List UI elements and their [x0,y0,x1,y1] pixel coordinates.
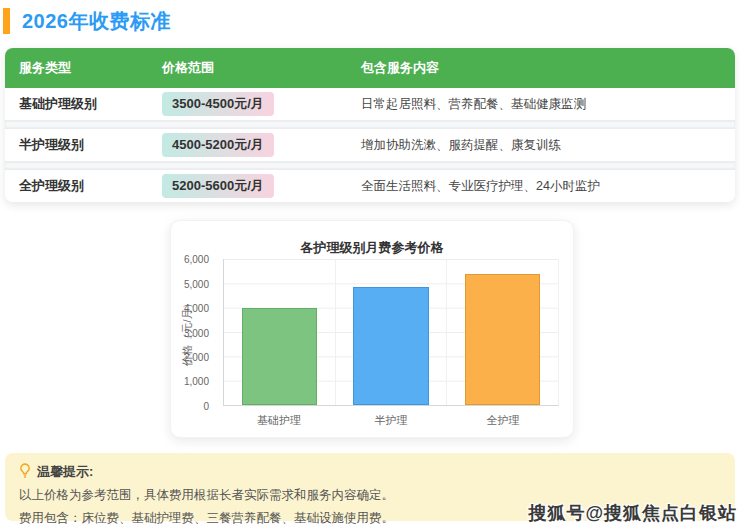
notice-title: 温馨提示: [37,463,93,481]
price-badge: 5200-5600元/月 [162,174,274,198]
y-tick: 5,000 [184,278,209,289]
chart-title: 各护理级别月费参考价格 [171,239,573,257]
column-header-price-range: 价格范围 [162,59,361,77]
bar-full-care[interactable] [465,274,540,405]
x-tick: 全护理 [447,413,559,428]
y-tick: 6,000 [184,254,209,265]
chart-column [336,259,448,405]
service-content-cell: 日常起居照料、营养配餐、基础健康监测 [361,96,735,113]
y-tick: 2,000 [184,352,209,363]
y-tick: 4,000 [184,302,209,313]
table-row: 基础护理级别 3500-4500元/月 日常起居照料、营养配餐、基础健康监测 [5,88,735,120]
y-axis-ticks: 6,000 5,000 4,000 3,000 2,000 1,000 0 [171,259,217,406]
column-header-service-type: 服务类型 [19,59,162,77]
row-separator [5,120,735,129]
chart-column [224,259,336,405]
bar-semi-care[interactable] [353,287,428,405]
watermark: 搜狐号@搜狐焦点白银站 [528,501,737,525]
notice-title-row: 温馨提示: [19,463,721,481]
x-tick: 半护理 [335,413,447,428]
fee-table: 服务类型 价格范围 包含服务内容 基础护理级别 3500-4500元/月 日常起… [5,48,735,202]
chart-plot-area [223,259,559,406]
service-type-cell: 半护理级别 [19,136,162,154]
price-cell: 5200-5600元/月 [162,174,361,198]
page-title: 2026年收费标准 [22,8,171,35]
price-badge: 3500-4500元/月 [162,92,274,116]
service-content-cell: 全面生活照料、专业医疗护理、24小时监护 [361,178,735,195]
y-tick: 0 [203,401,209,412]
x-tick: 基础护理 [223,413,335,428]
y-tick: 3,000 [184,327,209,338]
price-cell: 3500-4500元/月 [162,92,361,116]
price-bar-chart: 各护理级别月费参考价格 价格（元/月） 6,000 5,000 4,000 3,… [170,220,574,438]
price-badge: 4500-5200元/月 [162,133,274,157]
service-content-cell: 增加协助洗漱、服药提醒、康复训练 [361,137,735,154]
row-separator [5,161,735,170]
table-header-row: 服务类型 价格范围 包含服务内容 [5,48,735,88]
lightbulb-icon [19,463,31,481]
chart-column [447,259,558,405]
service-type-cell: 全护理级别 [19,177,162,195]
x-axis-labels: 基础护理 半护理 全护理 [223,413,559,428]
price-cell: 4500-5200元/月 [162,133,361,157]
service-type-cell: 基础护理级别 [19,95,162,113]
page-header: 2026年收费标准 [3,7,740,35]
table-row: 半护理级别 4500-5200元/月 增加协助洗漱、服药提醒、康复训练 [5,129,735,161]
column-header-services-included: 包含服务内容 [361,59,735,77]
table-row: 全护理级别 5200-5600元/月 全面生活照料、专业医疗护理、24小时监护 [5,170,735,202]
y-tick: 1,000 [184,376,209,387]
title-accent-bar [3,8,10,34]
bar-basic-care[interactable] [242,308,317,405]
